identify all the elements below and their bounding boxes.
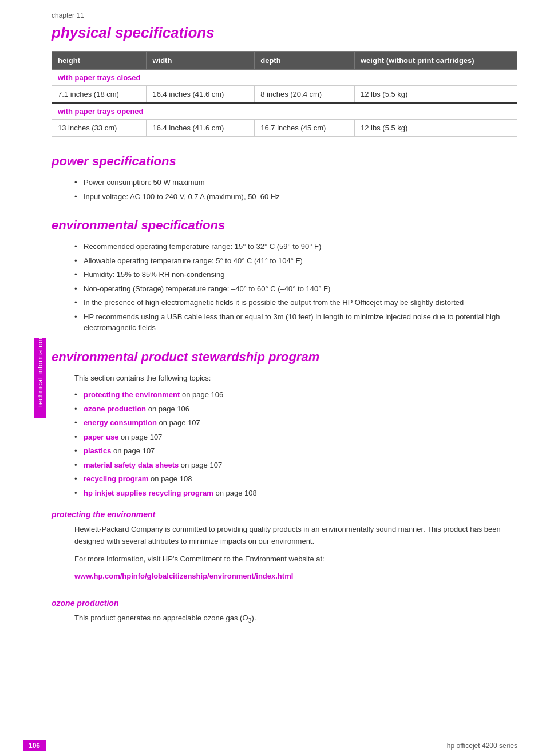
physical-specs-title: physical specifications	[52, 24, 517, 42]
env-bullet-3: Humidity: 15% to 85% RH non-condensing	[74, 269, 517, 280]
power-specs-list: Power consumption: 50 W maximum Input vo…	[52, 177, 517, 202]
link-ozone-page: on page	[148, 405, 177, 413]
footer-page-number: 106	[23, 740, 46, 751]
col-header-height: height	[52, 52, 147, 70]
physical-specs-table: height width depth weight (without print…	[52, 51, 517, 137]
link-item-msds: material safety data sheets on page 107	[74, 460, 517, 471]
closed-weight: 12 lbs (5.5 kg)	[355, 86, 517, 104]
footer-product-title: hp officejet 4200 series	[447, 742, 517, 750]
link-item-ozone: ozone production on page 106	[74, 403, 517, 415]
link-recycling[interactable]: recycling program	[84, 474, 148, 483]
link-energy[interactable]: energy consumption	[84, 418, 157, 427]
link-plastics[interactable]: plastics	[84, 446, 111, 455]
power-specs-title: power specifications	[52, 154, 517, 169]
link-paper[interactable]: paper use	[84, 433, 118, 441]
link-protecting-page-num: 106	[211, 390, 224, 399]
link-ozone-page-num: 106	[177, 405, 189, 413]
protecting-para-1: Hewlett-Packard Company is committed to …	[52, 524, 517, 548]
side-tab: technical information	[34, 338, 46, 418]
link-item-protecting: protecting the environment on page 106	[74, 389, 517, 401]
ozone-title: ozone production	[52, 599, 517, 608]
link-item-hp-inkjet: hp inkjet supplies recycling program on …	[74, 488, 517, 499]
env-specs-title: environmental specifications	[52, 218, 517, 233]
link-hp-inkjet-page-num: 108	[244, 489, 257, 497]
closed-width: 16.4 inches (41.6 cm)	[147, 86, 255, 104]
closed-height: 7.1 inches (18 cm)	[52, 86, 147, 104]
stewardship-title: environmental product stewardship progra…	[52, 350, 517, 365]
protecting-para-2: For more information, visit HP's Commitm…	[52, 553, 517, 565]
link-protecting-page: on page	[182, 390, 211, 399]
link-item-energy: energy consumption on page 107	[74, 417, 517, 429]
trays-closed-row: 7.1 inches (18 cm) 16.4 inches (41.6 cm)…	[52, 86, 517, 104]
env-bullet-6: HP recommends using a USB cable less tha…	[74, 311, 517, 334]
link-plastics-page: on page	[113, 446, 143, 455]
power-specs-section: power specifications Power consumption: …	[52, 154, 517, 202]
footer: 106 hp officejet 4200 series	[0, 735, 546, 756]
link-item-plastics: plastics on page 107	[74, 445, 517, 457]
env-bullet-5: In the presence of high electromagnetic …	[74, 297, 517, 308]
stewardship-section: environmental product stewardship progra…	[52, 350, 517, 626]
trays-opened-label: with paper trays opened	[52, 103, 517, 120]
opened-weight: 12 lbs (5.5 kg)	[355, 120, 517, 137]
env-bullet-1: Recommended operating temperature range:…	[74, 241, 517, 252]
env-specs-section: environmental specifications Recommended…	[52, 218, 517, 334]
chapter-label: chapter 11	[52, 11, 517, 19]
link-recycling-page: on page	[151, 474, 180, 483]
trays-opened-header: with paper trays opened	[52, 103, 517, 120]
link-msds[interactable]: material safety data sheets	[84, 461, 179, 469]
link-hp-inkjet[interactable]: hp inkjet supplies recycling program	[84, 489, 213, 497]
stewardship-intro: This section contains the following topi…	[52, 373, 517, 384]
opened-height: 13 inches (33 cm)	[52, 120, 147, 137]
link-msds-page-num: 107	[209, 461, 222, 469]
link-energy-page: on page	[159, 418, 188, 427]
side-tab-label: technical information	[37, 337, 43, 407]
protecting-title: protecting the environment	[52, 510, 517, 519]
opened-depth: 16.7 inches (45 cm)	[255, 120, 355, 137]
col-header-width: width	[147, 52, 255, 70]
trays-closed-header: with paper trays closed	[52, 70, 517, 86]
trays-opened-row: 13 inches (33 cm) 16.4 inches (41.6 cm) …	[52, 120, 517, 137]
trays-closed-label: with paper trays closed	[52, 70, 517, 86]
link-msds-page: on page	[181, 461, 210, 469]
physical-specs-section: physical specifications height width dep…	[52, 24, 517, 137]
link-paper-page-num: 107	[150, 433, 163, 441]
protecting-url[interactable]: www.hp.com/hpinfo/globalcitizenship/envi…	[74, 572, 293, 580]
link-plastics-page-num: 107	[143, 446, 155, 455]
env-specs-list: Recommended operating temperature range:…	[52, 241, 517, 334]
power-bullet-2: Input voltage: AC 100 to 240 V, 0.7 A (m…	[74, 191, 517, 203]
col-header-depth: depth	[255, 52, 355, 70]
col-header-weight: weight (without print cartridges)	[355, 52, 517, 70]
link-item-paper: paper use on page 107	[74, 432, 517, 443]
link-protecting[interactable]: protecting the environment	[84, 390, 180, 399]
ozone-text: This product generates no appreciable oz…	[52, 612, 517, 626]
link-recycling-page-num: 108	[180, 474, 192, 483]
link-hp-inkjet-page: on page	[215, 489, 244, 497]
opened-width: 16.4 inches (41.6 cm)	[147, 120, 255, 137]
link-ozone[interactable]: ozone production	[84, 405, 146, 413]
closed-depth: 8 inches (20.4 cm)	[255, 86, 355, 104]
protecting-subsection: protecting the environment Hewlett-Packa…	[52, 510, 517, 583]
env-bullet-4: Non-operating (Storage) temperature rang…	[74, 283, 517, 295]
protecting-link: www.hp.com/hpinfo/globalcitizenship/envi…	[52, 571, 517, 583]
env-bullet-2: Allowable operating temperature range: 5…	[74, 255, 517, 267]
link-item-recycling: recycling program on page 108	[74, 473, 517, 485]
stewardship-links-list: protecting the environment on page 106 o…	[52, 389, 517, 498]
link-energy-page-num: 107	[188, 418, 200, 427]
power-bullet-1: Power consumption: 50 W maximum	[74, 177, 517, 188]
ozone-subsection: ozone production This product generates …	[52, 599, 517, 626]
link-paper-page: on page	[121, 433, 150, 441]
